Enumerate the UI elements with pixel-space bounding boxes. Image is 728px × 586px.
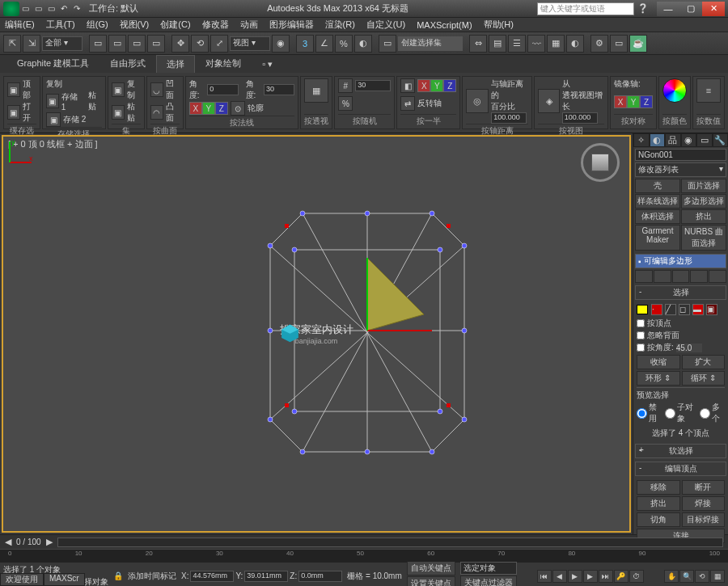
key-mode-icon[interactable]: 🔑 bbox=[614, 570, 629, 583]
close-button[interactable]: ✕ bbox=[702, 2, 725, 16]
element-mode-icon[interactable]: ▣ bbox=[706, 304, 717, 315]
preview-sub-radio[interactable] bbox=[665, 408, 675, 419]
play-icon[interactable]: ▶ bbox=[568, 570, 582, 583]
window-crossing-icon[interactable]: ▭ bbox=[147, 35, 165, 53]
copy-icon[interactable]: ▣ bbox=[112, 82, 125, 97]
tab-welcome[interactable]: 欢迎使用 bbox=[0, 573, 44, 586]
angle2-spinner[interactable]: 30 bbox=[264, 84, 294, 95]
maximize-button[interactable]: ▢ bbox=[679, 2, 702, 16]
slot1-icon[interactable]: ▣ bbox=[46, 94, 59, 108]
render-setup-icon[interactable]: ⚙ bbox=[590, 35, 608, 53]
qat-new-icon[interactable]: ▭ bbox=[19, 3, 31, 15]
utilities-tab-icon[interactable]: 🔧 bbox=[713, 133, 729, 147]
weld-button[interactable]: 焊接 bbox=[682, 496, 726, 511]
zoom-icon[interactable]: 🔍 bbox=[679, 570, 694, 583]
open-icon[interactable]: ▣ bbox=[7, 105, 20, 120]
orbit-icon[interactable]: ⟲ bbox=[695, 570, 709, 583]
menu-edit[interactable]: 编辑(E) bbox=[5, 19, 35, 31]
menu-customize[interactable]: 自定义(U) bbox=[366, 19, 405, 31]
menu-graph[interactable]: 图形编辑器 bbox=[269, 19, 314, 31]
tab-paint[interactable]: 对象绘制 bbox=[195, 54, 252, 73]
snap-icon[interactable]: 3 bbox=[296, 35, 314, 53]
setkey-button[interactable]: 设置关键点 bbox=[407, 576, 455, 586]
workspace-selector[interactable]: 工作台: 默认 bbox=[89, 2, 138, 15]
next-frame-icon[interactable]: ▶ bbox=[583, 570, 598, 583]
goto-start-icon[interactable]: ⏮ bbox=[537, 570, 552, 583]
mod-poly[interactable]: 多边形选择 bbox=[681, 194, 726, 209]
view-spinner[interactable]: 100.000 bbox=[562, 112, 598, 124]
paste-icon[interactable]: ▣ bbox=[112, 105, 125, 120]
remove-button[interactable]: 移除 bbox=[637, 480, 680, 495]
material-icon[interactable]: ◐ bbox=[566, 35, 584, 53]
viewport-top[interactable]: [ + 0 顶 0 线框 + 边面 ] bbox=[2, 135, 631, 533]
spinner-snap-icon[interactable]: ◐ bbox=[354, 35, 372, 53]
mod-shell[interactable]: 壳 bbox=[635, 179, 680, 193]
modify-tab-icon[interactable]: ◐ bbox=[650, 133, 666, 147]
move-icon[interactable]: ✥ bbox=[171, 35, 189, 53]
color-swatch[interactable] bbox=[637, 305, 648, 314]
time-track[interactable] bbox=[57, 538, 723, 547]
slot2-icon[interactable]: ▣ bbox=[46, 112, 61, 127]
menu-view[interactable]: 视图(V) bbox=[120, 19, 150, 31]
maximize-vp-icon[interactable]: ▦ bbox=[710, 570, 725, 583]
motion-tab-icon[interactable]: ◉ bbox=[681, 133, 697, 147]
menu-create[interactable]: 创建(C) bbox=[160, 19, 190, 31]
tab-selection[interactable]: 选择 bbox=[156, 55, 195, 73]
ring-button[interactable]: 环形 ⇕ bbox=[637, 371, 680, 386]
z-coord[interactable]: 0.0mm bbox=[298, 571, 342, 582]
by-angle-check[interactable] bbox=[637, 344, 645, 352]
mirror-icon[interactable]: ⇔ bbox=[469, 35, 487, 53]
concave-icon[interactable]: ◡ bbox=[150, 82, 163, 97]
qat-open-icon[interactable]: ▭ bbox=[32, 3, 44, 15]
layers-icon[interactable]: ☰ bbox=[508, 35, 526, 53]
menu-maxscript[interactable]: MAXScript(M) bbox=[417, 20, 472, 30]
help-icon[interactable]: ❔ bbox=[637, 3, 649, 14]
edge-mode-icon[interactable]: ╱ bbox=[665, 304, 676, 315]
schematic-icon[interactable]: ▦ bbox=[547, 35, 565, 53]
curve-editor-icon[interactable]: 〰 bbox=[527, 35, 545, 53]
rollout-editverts[interactable]: 编辑顶点 bbox=[635, 462, 726, 476]
vertex-mode-icon[interactable]: · bbox=[651, 304, 662, 315]
pivot-icon[interactable]: ◉ bbox=[272, 35, 290, 53]
scale-icon[interactable]: ⤢ bbox=[210, 35, 228, 53]
align-icon[interactable]: ▤ bbox=[489, 35, 506, 53]
mod-extrude[interactable]: 挤出 bbox=[681, 209, 726, 224]
menu-render[interactable]: 渲染(R) bbox=[325, 19, 355, 31]
outline-icon[interactable]: ⊙ bbox=[231, 101, 245, 116]
pivot-dist-icon[interactable]: ◎ bbox=[466, 89, 489, 113]
angle-snap-icon[interactable]: ∠ bbox=[315, 35, 333, 53]
add-time-tag[interactable]: 添加时间标记 bbox=[128, 571, 176, 582]
lock-icon[interactable]: 🔒 bbox=[113, 571, 123, 580]
pivot-spinner[interactable]: 100.000 bbox=[491, 112, 527, 124]
named-sel-icon[interactable]: ▭ bbox=[379, 35, 396, 53]
numeric-icon[interactable]: ≡ bbox=[696, 78, 721, 103]
pin-stack-icon[interactable] bbox=[635, 270, 653, 283]
display-tab-icon[interactable]: ▭ bbox=[696, 133, 713, 147]
poly-mode-icon[interactable]: ▬ bbox=[692, 304, 704, 315]
mod-volume[interactable]: 体积选择 bbox=[635, 209, 680, 224]
object-name-field[interactable]: NGon001 bbox=[635, 149, 726, 161]
menu-modifiers[interactable]: 修改器 bbox=[202, 19, 229, 31]
render-icon[interactable]: ☕ bbox=[629, 35, 647, 53]
selection-filter[interactable]: 全部 ▾ bbox=[42, 36, 83, 51]
mod-nurbs[interactable]: NURBS 曲面选择 bbox=[681, 225, 726, 251]
color-wheel-icon[interactable] bbox=[662, 78, 687, 103]
menu-tools[interactable]: 工具(T) bbox=[46, 19, 75, 31]
rotate-icon[interactable]: ⟲ bbox=[191, 35, 209, 53]
qat-undo-icon[interactable]: ↶ bbox=[58, 3, 70, 15]
help-search-input[interactable]: 键入关键字或短语 bbox=[537, 2, 634, 15]
pan-icon[interactable]: ✋ bbox=[664, 570, 679, 583]
time-slider[interactable]: ◀ 0 / 100 ▶ bbox=[0, 534, 728, 549]
slider-left-icon[interactable]: ◀ bbox=[5, 537, 11, 547]
flip-icon[interactable]: ⇄ bbox=[400, 96, 415, 111]
percent-snap-icon[interactable]: % bbox=[335, 35, 353, 53]
menu-help[interactable]: 帮助(H) bbox=[484, 19, 514, 31]
ref-coord[interactable]: 视图 ▾ bbox=[230, 36, 270, 51]
named-sel-set[interactable]: 创建选择集 bbox=[398, 36, 463, 51]
top-icon[interactable]: ▣ bbox=[7, 82, 20, 97]
random-spinner[interactable]: 30 bbox=[355, 80, 391, 91]
menu-animation[interactable]: 动画 bbox=[240, 19, 258, 31]
select-rect-icon[interactable]: ▭ bbox=[128, 35, 146, 53]
tab-maxscript[interactable]: MAXScr bbox=[44, 573, 85, 586]
select-name-icon[interactable]: ▭ bbox=[108, 35, 126, 53]
